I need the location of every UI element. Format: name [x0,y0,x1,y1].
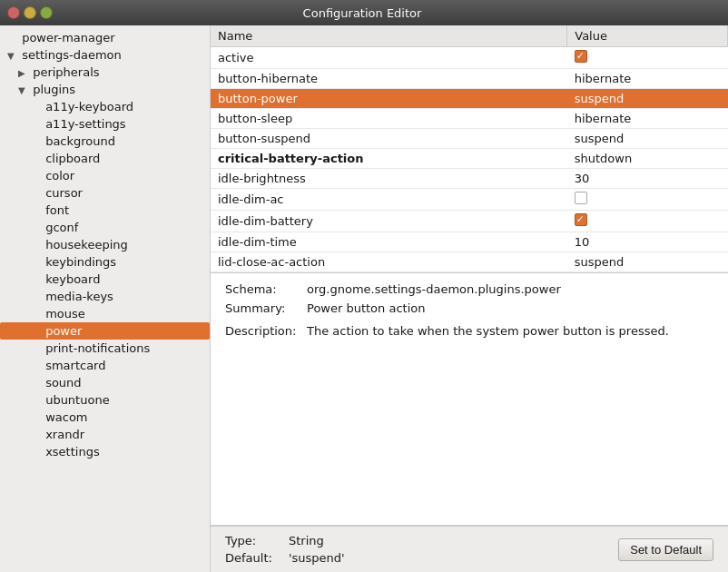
sidebar-item-label: xrandr [45,428,84,441]
cell-value [567,189,728,211]
sidebar-item-label: keyboard [45,272,100,286]
sidebar-item-label: housekeeping [45,238,128,251]
sidebar-item-xsettings[interactable]: xsettings [0,443,210,460]
cell-name: button-hibernate [211,69,567,89]
sidebar-item-keybindings[interactable]: keybindings [0,253,210,271]
sidebar-item-smartcard[interactable]: smartcard [0,357,210,374]
sidebar-item-xrandr[interactable]: xrandr [0,426,210,443]
sidebar-item-label: smartcard [45,359,105,372]
table-row[interactable]: active [211,47,728,69]
sidebar-item-gconf[interactable]: gconf [0,219,210,236]
window-title: Configuration Editor [58,6,666,20]
type-row: Type: String [225,534,345,547]
table-row[interactable]: idle-brightness30 [211,169,728,189]
description-value: The action to take when the system power… [307,324,713,338]
sidebar-item-label: media-keys [45,290,113,303]
table-row[interactable]: button-suspendsuspend [211,129,728,149]
sidebar-item-sound[interactable]: sound [0,374,210,391]
title-bar: Configuration Editor [0,0,728,25]
sidebar-item-background[interactable]: background [0,133,210,150]
table-row[interactable]: button-sleephibernate [211,109,728,129]
sidebar-item-a11y-keyboard[interactable]: a11y-keyboard [0,98,210,115]
sidebar-item-label: xsettings [45,445,100,459]
cell-name: active [211,47,567,69]
sidebar-item-housekeeping[interactable]: housekeeping [0,236,210,253]
cell-name: button-suspend [211,129,567,149]
cell-name: idle-dim-battery [211,211,567,232]
sidebar-item-color[interactable]: color [0,167,210,184]
cell-value: shutdown [567,149,728,169]
sidebar-item-a11y-settings[interactable]: a11y-settings [0,115,210,133]
cell-name: lid-close-ac-action [211,252,567,272]
cell-value: hibernate [567,109,728,129]
cell-name: button-power [211,89,567,109]
sidebar-item-label: wacom [45,410,87,424]
table-row[interactable]: critical-battery-actionshutdown [211,149,728,169]
cell-value: suspend [567,252,728,272]
schema-label: Schema: [225,282,307,296]
col-value: Value [567,25,728,47]
table-row[interactable]: button-hibernatehibernate [211,69,728,89]
tree-arrow [18,85,29,95]
sidebar-item-label: ubuntuone [45,393,110,407]
content-panel: Name Value activebutton-hibernatehiberna… [211,25,728,572]
minimize-button[interactable] [24,6,36,19]
sidebar-item-peripherals[interactable]: peripherals [0,64,210,81]
sidebar-item-keyboard[interactable]: keyboard [0,271,210,288]
tree-arrow [18,68,29,78]
sidebar-item-settings-daemon[interactable]: settings-daemon [0,46,210,64]
table-row[interactable]: button-powersuspend [211,89,728,109]
cell-value [567,211,728,232]
sidebar-item-print-notifications[interactable]: print-notifications [0,340,210,357]
table-row[interactable]: idle-dim-battery [211,211,728,232]
checkbox-unchecked-icon [575,192,587,204]
summary-value: Power button action [307,301,713,315]
sidebar-item-cursor[interactable]: cursor [0,184,210,202]
type-value: String [289,534,324,547]
maximize-button[interactable] [40,6,53,19]
cell-value: 10 [567,232,728,252]
summary-row: Summary: Power button action [225,301,713,315]
main-container: power-manager settings-daemon peripheral… [0,25,728,572]
sidebar-item-font[interactable]: font [0,202,210,219]
sidebar-item-clipboard[interactable]: clipboard [0,150,210,167]
sidebar-item-wacom[interactable]: wacom [0,409,210,426]
cell-value: 30 [567,169,728,189]
set-default-button[interactable]: Set to Default [618,538,713,561]
sidebar-item-label: print-notifications [45,341,150,355]
sidebar-item-label: mouse [45,307,85,321]
sidebar-item-mouse[interactable]: mouse [0,305,210,322]
close-button[interactable] [7,6,20,19]
sidebar: power-manager settings-daemon peripheral… [0,25,211,572]
table-container: Name Value activebutton-hibernatehiberna… [211,25,728,273]
sidebar-item-label: a11y-settings [45,117,126,131]
cell-name: critical-battery-action [211,149,567,169]
sidebar-item-label: font [45,203,69,217]
col-name: Name [211,25,567,47]
info-panel: Schema: org.gnome.settings-daemon.plugin… [211,273,728,526]
bottom-panel: Type: String Default: 'suspend' Set to D… [211,526,728,572]
sidebar-item-label: gconf [45,221,78,234]
cell-value: suspend [567,129,728,149]
description-label: Description: [225,324,307,338]
sidebar-item-media-keys[interactable]: media-keys [0,288,210,305]
sidebar-item-power[interactable]: power [0,322,210,340]
sidebar-item-label: keybindings [45,255,116,269]
cell-name: button-sleep [211,109,567,129]
sidebar-item-label: clipboard [45,152,100,165]
sidebar-item-label: cursor [45,186,83,200]
sidebar-item-label: color [45,169,74,182]
schema-row: Schema: org.gnome.settings-daemon.plugin… [225,282,713,296]
sidebar-item-plugins[interactable]: plugins [0,81,210,98]
sidebar-item-label: background [45,134,115,148]
checkbox-checked-icon [575,213,587,226]
default-label: Default: [225,551,289,565]
window-controls[interactable] [7,6,53,19]
cell-name: idle-dim-time [211,232,567,252]
table-row[interactable]: lid-close-ac-actionsuspend [211,252,728,272]
sidebar-item-power-manager[interactable]: power-manager [0,29,210,46]
sidebar-item-ubuntuone[interactable]: ubuntuone [0,391,210,409]
table-row[interactable]: idle-dim-time10 [211,232,728,252]
sidebar-item-label: settings-daemon [22,48,122,62]
table-row[interactable]: idle-dim-ac [211,189,728,211]
